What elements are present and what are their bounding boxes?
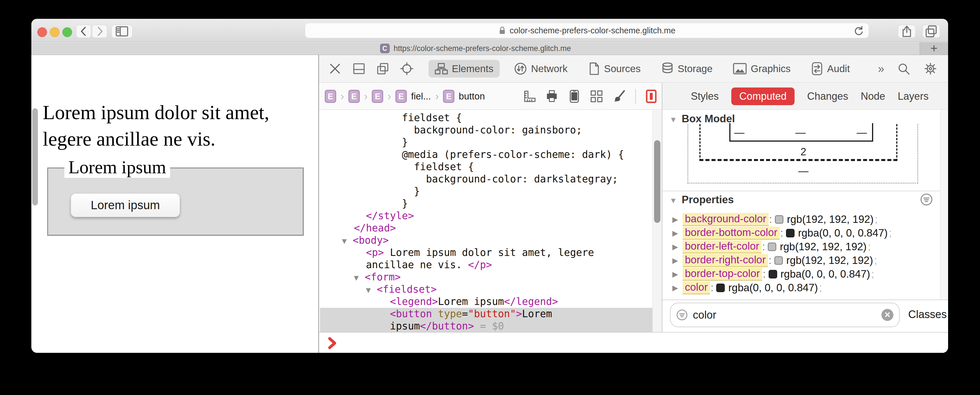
reload-button[interactable]	[853, 25, 864, 37]
breadcrumb-element-label[interactable]: button	[459, 91, 485, 102]
property-filter-input[interactable]: color ✕	[670, 303, 900, 327]
dock-bottom-button[interactable]	[352, 61, 366, 76]
detach-devtools-button[interactable]	[375, 61, 390, 76]
element-picker-button[interactable]	[399, 61, 414, 76]
properties-filter-button[interactable]	[920, 193, 933, 206]
sidebar-tab-node[interactable]: Node	[861, 90, 885, 102]
devtools-tab-audit[interactable]: Audit	[805, 59, 856, 78]
dom-node-line[interactable]: }	[320, 136, 652, 148]
dom-node-line[interactable]: ancillae ne vis. </p>	[320, 259, 652, 271]
active-tab[interactable]: C https://color-scheme-prefers-color-sch…	[31, 42, 920, 55]
color-swatch[interactable]	[768, 242, 776, 251]
property-row[interactable]: ▶border-bottom-color:rgba(0, 0, 0, 0.847…	[662, 226, 936, 240]
property-name[interactable]: background-color	[682, 213, 768, 226]
dom-node-line[interactable]: ▼ <form>	[320, 271, 652, 283]
devtools-tab-graphics[interactable]: Graphics	[727, 60, 797, 78]
share-button[interactable]	[898, 25, 916, 38]
devtools-tab-network[interactable]: Network	[508, 59, 574, 78]
dom-node-line[interactable]: }	[320, 198, 652, 210]
box-model-value[interactable]: —	[795, 127, 806, 139]
close-devtools-button[interactable]	[328, 61, 342, 76]
sidebar-tab-layers[interactable]: Layers	[898, 90, 928, 102]
sidebar-toggle-button[interactable]	[111, 25, 132, 38]
disclosure-triangle-icon[interactable]: ▶	[672, 284, 682, 292]
new-tab-button[interactable]: +	[920, 42, 948, 55]
ruler-button[interactable]	[523, 90, 536, 103]
tab-overview-button[interactable]	[923, 25, 940, 38]
dom-node-selected[interactable]: <button type="button">Lorem	[320, 308, 652, 320]
console-prompt-bar[interactable]	[319, 332, 948, 353]
disclosure-triangle-icon[interactable]: ▶	[672, 215, 682, 224]
forward-button[interactable]	[92, 25, 107, 38]
dom-node-selected[interactable]: ipsum</button> = $0	[320, 320, 652, 332]
dom-node-line[interactable]: ▼ <fieldset>	[320, 283, 652, 296]
minimize-window-button[interactable]	[50, 27, 60, 37]
dom-node-line[interactable]: fieldset {	[320, 161, 652, 173]
close-window-button[interactable]	[37, 27, 47, 37]
property-row[interactable]: ▶border-right-color:rgb(192, 192, 192);	[662, 254, 936, 267]
breadcrumb-element-badge[interactable]: E	[325, 90, 336, 103]
disclosure-triangle-icon[interactable]: ▶	[672, 270, 682, 279]
settings-button[interactable]	[923, 61, 938, 76]
color-swatch[interactable]	[774, 256, 783, 265]
element-highlight-button[interactable]	[646, 89, 657, 104]
box-model-value[interactable]: —	[857, 127, 867, 139]
breadcrumb-element-badge[interactable]: E	[372, 90, 383, 103]
color-swatch[interactable]	[716, 284, 725, 292]
sidebar-tab-styles[interactable]: Styles	[691, 90, 719, 102]
property-row[interactable]: ▶border-top-color:rgba(0, 0, 0, 0.847);	[662, 267, 936, 281]
dom-node-line[interactable]: fieldset {	[320, 112, 652, 124]
panel-scrollbar-thumb[interactable]	[32, 108, 38, 205]
properties-header[interactable]: ▼ Properties	[670, 194, 734, 206]
property-name[interactable]: border-top-color	[682, 268, 762, 281]
dom-node-line[interactable]: </style>	[320, 210, 652, 222]
dom-node-line[interactable]: </head>	[320, 222, 652, 234]
property-name[interactable]: color	[682, 281, 710, 295]
paint-flashing-button[interactable]	[612, 90, 625, 103]
disclosure-triangle-icon[interactable]: ▶	[672, 256, 682, 265]
box-model-border-bottom-value[interactable]: 2	[800, 146, 806, 158]
code-scrollbar[interactable]	[652, 110, 662, 332]
property-row[interactable]: ▶color:rgba(0, 0, 0, 0.847);	[662, 281, 936, 295]
box-model-value[interactable]: —	[798, 165, 808, 177]
color-swatch[interactable]	[775, 215, 783, 224]
more-tabs-button[interactable]: »	[878, 62, 884, 75]
address-bar[interactable]: color-scheme-prefers-color-scheme.glitch…	[305, 23, 869, 38]
breadcrumb-element-badge[interactable]: E	[348, 90, 360, 103]
breadcrumb-element-badge[interactable]: E	[395, 90, 407, 103]
devtools-tab-sources[interactable]: Sources	[582, 59, 647, 78]
property-name[interactable]: border-right-color	[682, 254, 768, 267]
sidebar-tab-computed[interactable]: Computed	[731, 88, 795, 105]
grid-overlay-button[interactable]	[590, 90, 603, 103]
dom-node-line[interactable]: <legend>Lorem ipsum</legend>	[320, 296, 652, 308]
devtools-tab-storage[interactable]: Storage	[655, 59, 719, 78]
clear-filter-button[interactable]: ✕	[881, 309, 893, 321]
code-scrollbar-thumb[interactable]	[654, 140, 660, 223]
devtools-tab-elements[interactable]: Elements	[428, 60, 500, 78]
property-row[interactable]: ▶background-color:rgb(192, 192, 192);	[662, 213, 936, 226]
dom-node-line[interactable]: background-color: darkslategray;	[320, 173, 652, 185]
dom-node-line[interactable]: background-color: gainsboro;	[320, 124, 652, 136]
color-swatch[interactable]	[786, 229, 795, 237]
print-styles-button[interactable]	[545, 90, 558, 103]
box-model-value[interactable]: —	[734, 127, 745, 139]
property-name[interactable]: border-bottom-color	[682, 226, 780, 240]
classes-toggle[interactable]: Classes	[908, 308, 947, 321]
disclosure-triangle-icon[interactable]: ▶	[672, 229, 682, 238]
dom-node-line[interactable]: @media (prefers-color-scheme: dark) {	[320, 148, 652, 161]
breadcrumb-element-badge[interactable]: E	[443, 90, 454, 103]
dom-node-line[interactable]: ▼ <body>	[320, 234, 652, 247]
device-mode-button[interactable]	[568, 90, 581, 103]
search-button[interactable]	[896, 61, 911, 76]
page-button[interactable]: Lorem ipsum	[71, 193, 180, 217]
disclosure-triangle-icon[interactable]: ▶	[672, 242, 682, 252]
dom-node-line[interactable]: <p> Lorem ipsum dolor sit amet, legere	[320, 247, 652, 259]
sidebar-tab-changes[interactable]: Changes	[807, 90, 848, 102]
breadcrumb-element-label[interactable]: fiel...	[411, 91, 431, 102]
back-button[interactable]	[76, 25, 91, 38]
property-name[interactable]: border-left-color	[682, 240, 762, 253]
dom-node-line[interactable]: }	[320, 185, 652, 198]
zoom-window-button[interactable]	[62, 27, 72, 37]
property-row[interactable]: ▶border-left-color:rgb(192, 192, 192);	[662, 240, 936, 254]
color-swatch[interactable]	[768, 270, 777, 279]
